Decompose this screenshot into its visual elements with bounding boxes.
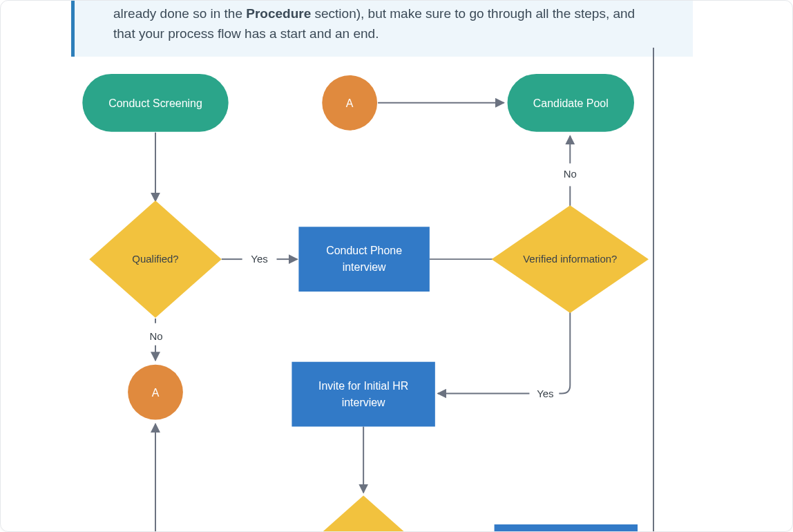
- svg-rect-13: [292, 362, 434, 427]
- note-line1-bold: Procedure: [246, 6, 311, 21]
- node-candidate-pool[interactable]: Candidate Pool: [508, 74, 634, 132]
- note-line1-post: section), but make sure to go through al…: [311, 6, 635, 21]
- svg-rect-15: [495, 524, 638, 531]
- note-line2: that your process flow has a start and a…: [113, 26, 379, 41]
- node-candidate-pool-label: Candidate Pool: [533, 97, 609, 109]
- node-phone-line2: interview: [343, 261, 386, 273]
- node-verified-decision[interactable]: Verified information?: [492, 205, 649, 313]
- node-invite-hr-line2: interview: [342, 397, 385, 408]
- node-connector-a-left[interactable]: A: [128, 365, 183, 420]
- node-qualified-label: Qualified?: [132, 253, 178, 265]
- edge-qualified-no: No: [149, 319, 162, 361]
- label-qualified-yes: Yes: [251, 253, 267, 265]
- node-connector-a-top[interactable]: A: [322, 75, 377, 131]
- flowchart: Yes No No Yes: [1, 48, 792, 531]
- node-conduct-phone-interview[interactable]: Conduct Phone interview: [298, 227, 429, 292]
- node-connector-a-top-label: A: [346, 97, 354, 109]
- label-verified-yes: Yes: [537, 388, 553, 399]
- svg-marker-14: [301, 495, 425, 531]
- svg-rect-10: [298, 227, 429, 292]
- edge-verified-yes: Yes: [438, 312, 570, 399]
- node-phone-line1: Conduct Phone: [326, 245, 402, 256]
- flowchart-svg: Yes No No Yes: [1, 48, 792, 531]
- node-next-process-partial[interactable]: [495, 524, 638, 531]
- page: already done so in the Procedure section…: [0, 0, 793, 532]
- edge-verified-no: No: [564, 136, 577, 207]
- node-conduct-screening[interactable]: Conduct Screening: [82, 74, 228, 132]
- node-invite-hr-line1: Invite for Initial HR: [318, 380, 408, 392]
- node-invite-hr-interview[interactable]: Invite for Initial HR interview: [292, 362, 434, 427]
- node-qualified-decision[interactable]: Qualified?: [89, 200, 221, 318]
- label-qualified-no: No: [149, 330, 162, 342]
- node-connector-a-left-label: A: [152, 387, 160, 399]
- node-verified-label: Verified information?: [523, 253, 617, 265]
- label-verified-no: No: [564, 168, 577, 180]
- node-next-decision-partial[interactable]: [301, 495, 425, 531]
- node-conduct-screening-label: Conduct Screening: [108, 97, 202, 109]
- edge-qualified-yes: Yes: [222, 253, 298, 265]
- note-line1-pre: already done so in the: [113, 6, 246, 21]
